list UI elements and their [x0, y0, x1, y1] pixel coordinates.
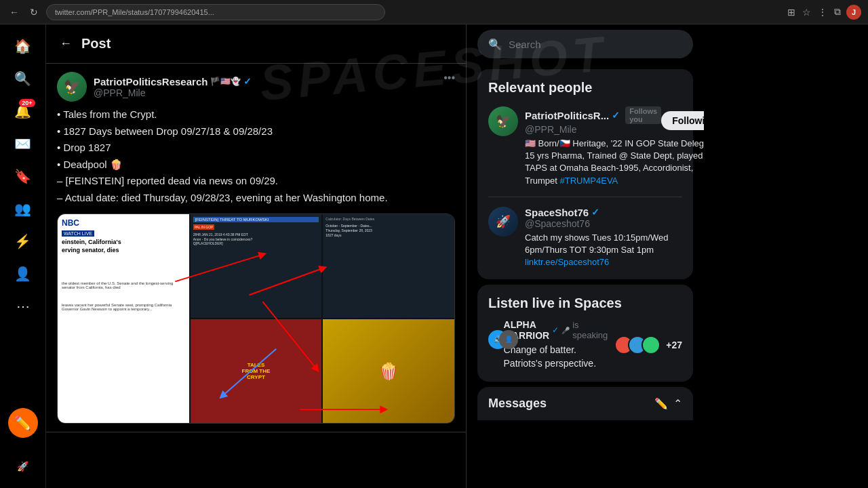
news-body-text: the oldest member of the U.S. Senate and… — [62, 281, 185, 289]
sidebar-item-more[interactable]: ⋯ — [8, 291, 38, 321]
search-icon: 🔍 — [14, 70, 31, 87]
compose-icon: ✏️ — [14, 415, 31, 431]
mail-icon: ✉️ — [14, 136, 31, 152]
search-input[interactable] — [509, 39, 682, 50]
listener-count: +27 — [666, 340, 682, 350]
window-button[interactable]: ⧉ — [833, 5, 842, 20]
account-avatar[interactable]: J — [846, 5, 861, 20]
feinstein-label: [FEINSTEIN] THREAT TO MURKOWSKI — [193, 217, 319, 222]
tweet-line-3: • Drop 1827 — [57, 140, 455, 156]
sidebar-item-bookmarks[interactable]: 🔖 — [8, 161, 38, 191]
person-icon: 👤 — [14, 266, 31, 282]
menu-button[interactable]: ⋮ — [816, 5, 829, 20]
sidebar-item-spaceshot[interactable]: 🚀 — [8, 451, 38, 481]
person-1-name-block: PatriotPoliticsR... ✓ Follows you @PPR_M… — [525, 106, 661, 135]
app-container: 🏠 🔍 🔔 20+ ✉️ 🔖 👥 ⚡ 👤 ⋯ ✏️ — [0, 24, 868, 488]
sidebar-item-home[interactable]: 🏠 — [8, 31, 38, 61]
space-description: Change of batter.Patriots's perspective. — [504, 344, 608, 370]
search-icon: 🔍 — [488, 38, 502, 51]
person-2-bio: Catch my shows Tues 10:15pm/Wed 6pm/Thur… — [525, 232, 682, 269]
space-item[interactable]: 🔊 👤 ALPHA WARRIOR ✓ 🎤 is speaking Change… — [488, 319, 682, 370]
tweet-line-4: • Deadpool 🍿 — [57, 157, 455, 173]
right-sidebar: 🔍 Relevant people 🦅 PatriotPoliticsR... … — [467, 24, 704, 488]
person-2-name: SpaceShot76 ✓ — [525, 207, 599, 218]
tales-crypt-image: TALESFROM THECRYPT — [191, 319, 322, 423]
news-body-2: leaves vacant her powerful Senate seat, … — [62, 303, 185, 311]
back-nav-button[interactable]: ← — [7, 5, 22, 19]
dark-post-2-header: Calculator: Days Between Dates — [326, 217, 452, 221]
tweet-line-6: – Actual date: died Thursday, 09/28/23, … — [57, 190, 455, 206]
sidebar-item-communities[interactable]: 👥 — [8, 194, 38, 224]
person-1-avatar[interactable]: 🦅 — [488, 106, 518, 136]
grok-icon: ⚡ — [14, 233, 31, 249]
messages-title: Messages — [488, 396, 547, 411]
url-bar[interactable]: twitter.com/PPR_Mile/status/170779946204… — [46, 4, 385, 20]
tweet-body: • Tales from the Crypt. • 1827 Days betw… — [57, 107, 455, 205]
tweet-header: 🦅 PatriotPoliticsResearch 🏴🇺🇸👻 ✓ @PPR_Mi… — [57, 72, 455, 102]
back-button[interactable]: ← — [57, 34, 75, 54]
url-text: twitter.com/PPR_Mile/status/170779946204… — [55, 8, 214, 16]
spaces-title: Listen live in Spaces — [488, 296, 682, 311]
main-content: ← Post 🦅 PatriotPoliticsResearch 🏴🇺🇸👻 ✓ — [46, 24, 467, 488]
page-title: Post — [81, 36, 111, 52]
tweet-line-5: – [FEINSTEIN] reported dead via news on … — [57, 174, 455, 189]
popcorn-icon: 🍿 — [378, 362, 399, 381]
person-1-bio: 🇺🇸 Born/🇨🇿 Heritage, '22 IN GOP State De… — [525, 138, 704, 187]
news-headline: einstein, California'serving senator, di… — [62, 239, 185, 254]
home-icon: 🏠 — [14, 38, 31, 54]
image-cell-3: Calculator: Days Between Dates October -… — [323, 214, 454, 318]
sidebar-item-messages[interactable]: ✉️ — [8, 129, 38, 159]
person-2-avatar[interactable]: 🚀 — [488, 207, 518, 237]
person-2-info: SpaceShot76 ✓ @Spaceshot76 Catch my show… — [525, 207, 682, 269]
dark-post-text: 2848 JAN 21, 2019 4:43:38 PM EDT Anon - … — [193, 232, 319, 246]
browser-actions: ⊞ ☆ ⋮ ⧉ J — [786, 5, 861, 20]
bookmark-icon: 🔖 — [14, 168, 31, 184]
extensions-button[interactable]: ⊞ — [786, 5, 797, 20]
space-avatars: 🔊 👤 — [488, 330, 497, 360]
sidebar-item-grok[interactable]: ⚡ — [8, 226, 38, 256]
new-message-button[interactable]: ✏️ — [654, 397, 668, 410]
messages-actions: ✏️ ⌃ — [654, 397, 682, 410]
tweet-line-1: • Tales from the Crypt. — [57, 107, 455, 123]
dark-post-2-text: October - September - Dates... Thursday,… — [326, 224, 452, 238]
watch-live-badge: WATCH LIVE — [62, 230, 94, 237]
notification-count: 20+ — [19, 99, 35, 107]
space-speakers-row: ALPHA WARRIOR ✓ 🎤 is speaking — [504, 319, 608, 341]
sidebar-item-notifications[interactable]: 🔔 20+ — [8, 96, 38, 126]
tweet-line-2: • 1827 Days between Drop 09/27/18 & 09/2… — [57, 124, 455, 140]
tweet-user: 🦅 PatriotPoliticsResearch 🏴🇺🇸👻 ✓ @PPR_Mi… — [57, 72, 252, 102]
person-1-hashtag[interactable]: #TRUMP4EVA — [560, 176, 618, 186]
communities-icon: 👥 — [14, 201, 31, 217]
bookmark-button[interactable]: ☆ — [801, 5, 812, 20]
space-info: ALPHA WARRIOR ✓ 🎤 is speaking Change of … — [504, 319, 608, 370]
person-item-2: 🚀 SpaceShot76 ✓ @Spaceshot76 Catch my sh… — [488, 207, 682, 269]
avatar-image: 🦅 — [57, 72, 87, 102]
person-1-handle: @PPR_Mile — [525, 124, 661, 135]
author-avatar[interactable]: 🦅 — [57, 72, 87, 102]
news-article-mock: NBC WATCH LIVE einstein, California'serv… — [58, 214, 189, 423]
search-container: 🔍 — [467, 24, 704, 64]
sidebar-item-explore[interactable]: 🔍 — [8, 64, 38, 94]
tweet-more-button[interactable]: ••• — [443, 72, 455, 84]
spaces-section: Listen live in Spaces 🔊 👤 ALPHA WARRIOR … — [477, 285, 693, 381]
sidebar-item-profile[interactable]: 👤 — [8, 259, 38, 289]
refresh-button[interactable]: ↻ — [27, 5, 41, 19]
news-logo: NBC — [62, 218, 185, 228]
tweet-image-collage[interactable]: NBC WATCH LIVE einstein, California'serv… — [57, 214, 455, 424]
person-2-handle: @Spaceshot76 — [525, 218, 599, 229]
verified-icon: ✓ — [243, 76, 252, 87]
author-handle: @PPR_Mile — [94, 87, 252, 98]
person-2-verified: ✓ — [591, 207, 599, 218]
speaking-text: is speaking — [572, 320, 608, 340]
dark-post-2-mock: Calculator: Days Between Dates October -… — [323, 214, 454, 318]
space-count[interactable]: +27 — [614, 336, 682, 354]
following-button[interactable]: Following — [661, 111, 704, 130]
relevant-people-title: Relevant people — [488, 80, 682, 96]
search-box: 🔍 — [477, 30, 693, 58]
person-2-link[interactable]: linktr.ee/Spaceshot76 — [525, 257, 609, 267]
expand-messages-button[interactable]: ⌃ — [673, 397, 682, 410]
sidebar-post-button[interactable]: ✏️ — [8, 408, 38, 438]
image-cell-1: NBC WATCH LIVE einstein, California'serv… — [58, 214, 189, 423]
follows-you-badge: Follows you — [625, 106, 661, 124]
space-host-verified: ✓ — [552, 325, 559, 335]
